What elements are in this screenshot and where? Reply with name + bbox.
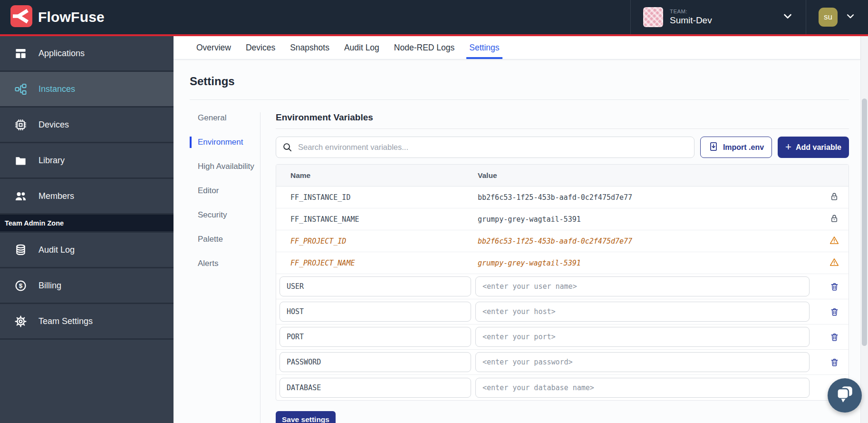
trash-icon[interactable] [828, 280, 841, 294]
tab-node-red-logs[interactable]: Node-RED Logs [393, 36, 455, 59]
trash-icon[interactable] [828, 330, 841, 344]
env-row-ff-project-id: FF_PROJECT_IDbb2f6c53-1f25-453b-aafd-0c2… [276, 230, 849, 252]
env-var-value-input-database[interactable] [475, 378, 810, 398]
trash-icon[interactable] [828, 305, 841, 319]
tab-audit-log[interactable]: Audit Log [343, 36, 380, 59]
members-icon [14, 190, 27, 203]
divider [260, 112, 260, 423]
env-row-user [276, 274, 849, 299]
env-var-name-input-host[interactable] [280, 302, 471, 322]
instance-tabbar: OverviewDevicesSnapshotsAudit LogNode-RE… [174, 36, 860, 59]
add-variable-label: Add variable [796, 143, 841, 152]
audit-log-icon [14, 244, 27, 256]
column-header-name: Name [276, 171, 478, 180]
lock-icon [829, 191, 839, 204]
add-variable-button[interactable]: + Add variable [778, 137, 849, 158]
table-header: Name Value [276, 165, 849, 187]
settings-nav-environment[interactable]: Environment [190, 137, 260, 148]
settings-nav-palette[interactable]: Palette [190, 234, 260, 245]
brand: FlowFuse [0, 5, 105, 29]
env-row-database [276, 375, 849, 400]
warning-icon [829, 257, 839, 269]
env-toolbar: Import .env + Add variable [276, 137, 849, 158]
sidebar-item-label: Billing [39, 281, 61, 291]
app-header: FlowFuse TEAM: Sumit-Dev su [0, 0, 868, 36]
tab-devices[interactable]: Devices [245, 36, 276, 59]
sidebar-item-team-settings[interactable]: Team Settings [0, 304, 174, 340]
svg-text:$: $ [19, 282, 23, 289]
env-row-ff-instance-id: FF_INSTANCE_IDbb2f6c53-1f25-453b-aafd-0c… [276, 187, 849, 208]
plus-icon: + [785, 142, 791, 152]
library-icon [14, 154, 27, 167]
chevron-down-icon [845, 11, 856, 23]
scrollbar-thumb[interactable] [862, 98, 867, 346]
sidebar-item-label: Audit Log [39, 245, 75, 255]
save-settings-button[interactable]: Save settings [276, 411, 336, 423]
search-box [276, 137, 694, 158]
warning-icon [829, 235, 839, 247]
env-var-name-input-port[interactable] [280, 327, 471, 347]
sidebar-item-members[interactable]: Members [0, 179, 174, 215]
env-var-value-input-host[interactable] [475, 302, 810, 322]
env-var-name-input-password[interactable] [280, 352, 471, 372]
billing-icon: $ [14, 279, 27, 292]
env-row-host [276, 299, 849, 325]
sidebar-item-devices[interactable]: Devices [0, 108, 174, 143]
env-variables-table: Name Value FF_INSTANCE_IDbb2f6c53-1f25-4… [276, 164, 849, 401]
tab-settings[interactable]: Settings [468, 36, 500, 59]
settings-nav-editor[interactable]: Editor [190, 185, 260, 197]
env-var-name: FF_PROJECT_NAME [276, 259, 478, 267]
env-row-port [276, 325, 849, 350]
settings-nav-alerts[interactable]: Alerts [190, 258, 260, 269]
sidebar-item-instances[interactable]: Instances [0, 72, 174, 108]
env-var-name: FF_INSTANCE_NAME [276, 215, 478, 224]
env-var-value-input-password[interactable] [475, 352, 810, 372]
env-var-name: FF_PROJECT_ID [276, 237, 478, 246]
sidebar-item-label: Devices [39, 120, 69, 130]
settings-nav-security[interactable]: Security [190, 209, 260, 221]
team-label: TEAM: [670, 9, 712, 15]
divider [190, 99, 849, 100]
chat-widget-button[interactable] [828, 378, 862, 413]
env-var-name-input-database[interactable] [280, 378, 471, 398]
settings-nav-high-availability[interactable]: High Availability [190, 161, 260, 172]
sidebar-item-label: Team Settings [39, 316, 93, 326]
team-avatar [643, 7, 663, 27]
env-var-value: grumpy-grey-wagtail-5391 [478, 259, 820, 267]
divider [276, 128, 849, 129]
sidebar-item-audit-log[interactable]: Audit Log [0, 233, 174, 268]
tab-snapshots[interactable]: Snapshots [289, 36, 330, 59]
import-env-label: Import .env [723, 143, 764, 152]
env-var-value: grumpy-grey-wagtail-5391 [478, 215, 820, 224]
chevron-down-icon [782, 10, 793, 24]
devices-icon [14, 118, 27, 131]
panel-title: Environment Variables [276, 112, 849, 123]
page-title: Settings [190, 74, 849, 89]
env-var-name: FF_INSTANCE_ID [276, 193, 478, 202]
search-input[interactable] [276, 137, 694, 158]
chat-bubbles-icon [835, 384, 855, 406]
tab-overview[interactable]: Overview [195, 36, 232, 59]
env-var-value-input-user[interactable] [475, 276, 810, 296]
env-var-value-input-port[interactable] [475, 327, 810, 347]
search-icon [282, 142, 293, 155]
team-selector[interactable]: TEAM: Sumit-Dev [630, 0, 806, 34]
settings-content: Settings GeneralEnvironmentHigh Availabi… [174, 59, 860, 423]
sidebar-item-label: Instances [39, 84, 75, 94]
sidebar: ApplicationsInstancesDevicesLibraryMembe… [0, 36, 174, 423]
sidebar-item-billing[interactable]: $Billing [0, 268, 174, 304]
env-var-name-input-user[interactable] [280, 276, 471, 296]
env-row-ff-instance-name: FF_INSTANCE_NAMEgrumpy-grey-wagtail-5391 [276, 208, 849, 230]
instances-icon [14, 83, 27, 96]
environment-panel: Environment Variables [276, 112, 849, 423]
user-menu[interactable]: su [806, 0, 868, 34]
settings-nav-general[interactable]: General [190, 112, 260, 124]
trash-icon[interactable] [828, 355, 841, 369]
lock-icon [829, 213, 839, 226]
sidebar-item-label: Members [39, 191, 74, 201]
user-avatar: su [819, 8, 838, 27]
sidebar-item-label: Applications [39, 49, 85, 59]
sidebar-item-library[interactable]: Library [0, 143, 174, 179]
sidebar-item-applications[interactable]: Applications [0, 36, 174, 72]
import-env-button[interactable]: Import .env [700, 137, 772, 158]
